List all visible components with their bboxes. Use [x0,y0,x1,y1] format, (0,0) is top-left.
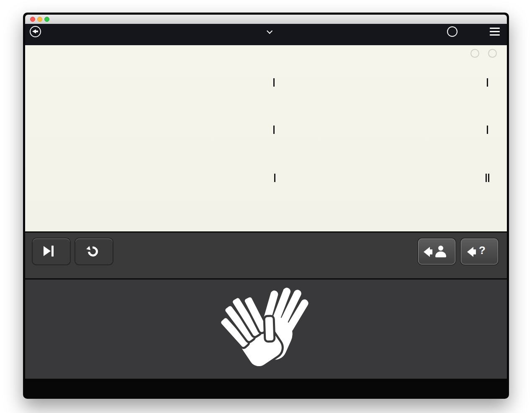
new-question-button[interactable] [33,239,70,264]
undo-icon [88,246,99,257]
barline [487,78,488,87]
zoom-in-icon[interactable] [488,49,497,58]
help-button[interactable] [447,26,457,37]
play-my-answer-button[interactable] [418,239,455,264]
try-again-button[interactable] [75,239,113,264]
score-surface [25,45,507,231]
clapping-hands-icon [214,287,319,367]
zoom-out-icon[interactable] [470,49,479,58]
speaker-icon [467,246,477,257]
barline [273,126,275,134]
barline [488,174,489,182]
exercise-title-dropdown[interactable] [262,28,271,36]
menu-button[interactable] [490,27,500,36]
minimize-button[interactable] [37,17,42,22]
barline [274,174,275,182]
app-window: ? [23,13,509,399]
clap-area[interactable] [25,280,507,379]
header-bar [25,24,507,40]
barline [487,126,488,134]
chevron-down-icon [267,28,272,34]
titlebar [25,15,507,24]
control-bar: ? [25,231,507,280]
back-button[interactable] [30,26,41,37]
barline [273,78,275,87]
zoom-button[interactable] [44,17,49,22]
person-icon [435,246,446,258]
play-question-button[interactable]: ? [461,239,498,264]
barline [486,174,487,182]
close-button[interactable] [30,17,35,22]
progress-bar [25,40,507,45]
speaker-icon [424,246,434,257]
question-mark-icon: ? [479,244,486,257]
